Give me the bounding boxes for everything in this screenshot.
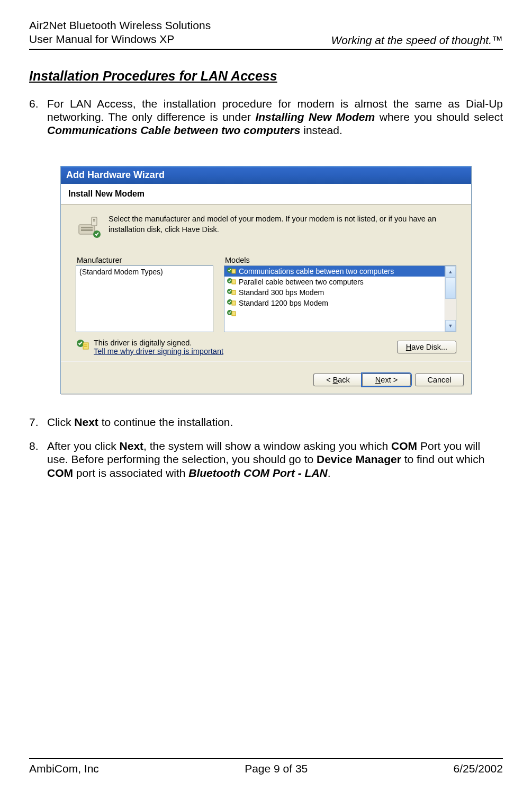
add-hardware-wizard: Add Hardware Wizard Install New Modem [60,166,472,394]
wizard-banner: Install New Modem [61,184,471,205]
svg-rect-1 [81,227,93,228]
list-item[interactable]: (Standard Modem Types) [76,266,213,278]
header-left: Air2Net Bluetooth Wireless Solutions Use… [29,19,211,47]
manufacturer-listbox[interactable]: (Standard Modem Types) [76,265,213,332]
item-label: Parallel cable between two computers [239,278,364,286]
separator [61,361,471,362]
scroll-thumb[interactable] [445,278,456,299]
step-6: 6. For LAN Access, the installation proc… [29,97,503,137]
step-number: 8. [29,439,47,479]
list-item[interactable] [224,308,445,319]
svg-rect-16 [232,312,236,316]
list-item[interactable]: Communications cable between two compute… [224,266,445,277]
certified-icon [227,278,236,286]
doc-subtitle: User Manual for Windows XP [29,32,211,46]
have-disk-button[interactable]: Have Disk... [397,341,456,353]
step-number: 6. [29,97,47,137]
section-heading: Installation Procedures for LAN Access [29,68,503,84]
emphasis: Communications Cable between two compute… [47,124,300,136]
modem-icon [76,214,101,241]
item-label: Communications cable between two compute… [239,267,394,275]
item-label: Standard 300 bps Modem [239,288,324,297]
emphasis: Installing New Modem [255,111,375,123]
text: instead. [300,124,342,136]
text: After you click [47,440,120,452]
emphasis: Next [74,416,98,428]
svg-rect-10 [232,280,236,284]
intro-row: Select the manufacturer and model of you… [76,214,456,241]
tagline: Working at the speed of thought.™ [331,34,503,47]
titlebar: Add Hardware Wizard [61,166,471,184]
text: , the system will show a window asking y… [143,440,391,452]
list-item[interactable]: Standard 300 bps Modem [224,287,445,298]
text: port is associated with [73,467,188,479]
wizard-buttons: < Back Next > Cancel [61,365,471,394]
models-listbox[interactable]: Communications cable between two compute… [224,265,456,332]
manufacturer-label: Manufacturer [76,256,213,264]
step-7: 7. Click Next to continue the installati… [29,415,503,429]
certified-icon [227,309,236,318]
svg-rect-2 [81,229,93,231]
step-number: 7. [29,415,47,429]
list-item[interactable]: Parallel cable between two computers [224,277,445,287]
footer-date: 6/25/2002 [454,762,503,775]
cancel-button[interactable]: Cancel [415,374,464,386]
emphasis: COM [391,440,417,452]
scroll-track[interactable] [445,299,456,320]
signed-icon [76,339,89,352]
back-button[interactable]: < Back [313,374,362,386]
emphasis: Bluetooth COM Port - LAN [188,467,327,479]
footer-company: AmbiCom, Inc [29,762,99,775]
certified-icon [227,288,236,297]
svg-rect-8 [232,269,236,273]
footer-page: Page 9 of 35 [245,762,308,775]
models-label: Models [224,256,456,264]
text: where you should select [375,111,503,123]
emphasis: COM [47,467,73,479]
list-item[interactable]: Standard 1200 bps Modem [224,298,445,308]
svg-rect-4 [93,219,95,220]
page-header: Air2Net Bluetooth Wireless Solutions Use… [29,19,503,50]
certified-icon [227,299,236,307]
page-footer: AmbiCom, Inc Page 9 of 35 6/25/2002 [29,758,503,775]
text: Click [47,416,74,428]
signing-info-link[interactable]: Tell me why driver signing is important [94,347,223,355]
svg-rect-18 [83,343,88,349]
text: to find out which [401,453,485,465]
step-8: 8. After you click Next, the system will… [29,439,503,479]
product-name: Air2Net Bluetooth Wireless Solutions [29,19,211,32]
next-button[interactable]: Next > [362,374,411,386]
scroll-down-button[interactable]: ▼ [445,320,456,332]
svg-rect-14 [232,301,236,305]
intro-text: Select the manufacturer and model of you… [109,214,456,241]
svg-rect-5 [93,220,95,221]
emphasis: Device Manager [317,453,401,465]
item-label: Standard 1200 bps Modem [239,299,328,307]
signed-text: This driver is digitally signed. [94,339,223,347]
scroll-up-button[interactable]: ▲ [445,266,456,278]
certified-icon [227,267,236,275]
emphasis: Next [120,440,144,452]
text: to continue the installation. [98,416,233,428]
scrollbar[interactable]: ▲ ▼ [445,266,456,332]
svg-rect-12 [232,290,236,295]
text: . [328,467,331,479]
